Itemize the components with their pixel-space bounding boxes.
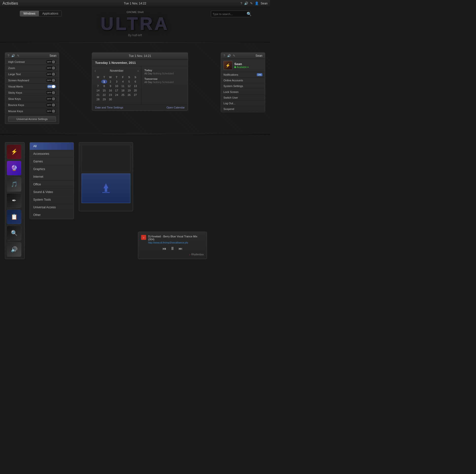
cal-cell[interactable]: 18 xyxy=(120,88,126,92)
category-accessories[interactable]: Accessories xyxy=(30,150,74,158)
cal-cell[interactable]: 13 xyxy=(133,84,138,88)
cal-cell[interactable]: 25 xyxy=(120,93,126,97)
cal-cell[interactable]: 5 xyxy=(126,80,132,84)
next-month-button[interactable]: › xyxy=(137,69,139,73)
category-graphics[interactable]: Graphics xyxy=(30,165,74,173)
cal-cell[interactable]: 4 xyxy=(120,80,126,84)
cal-cell[interactable]: 9 xyxy=(108,84,113,88)
acc-username[interactable]: Sean xyxy=(50,54,56,57)
topbar-username[interactable]: Sean xyxy=(261,2,268,5)
rb-pause-button[interactable]: ⏸ xyxy=(170,246,175,251)
dock-icon-1[interactable]: ⚡ xyxy=(7,144,21,159)
cal-cell[interactable]: 21 xyxy=(95,93,101,97)
visual-alerts-toggle[interactable]: ON xyxy=(47,85,56,88)
user-name: Sean xyxy=(234,62,249,66)
cal-cell[interactable]: 12 xyxy=(126,84,132,88)
dock-icon-4[interactable]: ✒ xyxy=(7,193,21,208)
switch-user-link[interactable]: Switch User xyxy=(221,95,265,101)
dock-icon-3[interactable]: 🎵 xyxy=(7,177,21,192)
user-panel-username[interactable]: Sean xyxy=(255,54,262,57)
acc-volume-icon[interactable]: 🔊 xyxy=(11,54,15,57)
cal-cell[interactable]: 16 xyxy=(108,88,113,92)
category-system-tools[interactable]: System Tools xyxy=(30,196,74,204)
cal-cell[interactable] xyxy=(114,97,119,101)
cal-cell[interactable]: 22 xyxy=(101,93,107,97)
cal-cell[interactable]: 17 xyxy=(114,88,119,92)
prev-month-button[interactable]: ‹ xyxy=(95,69,96,73)
lock-screen-link[interactable]: Lock Screen xyxy=(221,89,265,95)
suspend-link[interactable]: Suspend xyxy=(221,106,265,112)
edit-icon[interactable]: ✎ xyxy=(250,1,253,5)
cal-cell[interactable]: 3 xyxy=(114,80,119,84)
cal-cell[interactable] xyxy=(126,97,132,101)
screen-keyboard-toggle[interactable]: OFF xyxy=(46,79,56,82)
cal-cell[interactable]: 28 xyxy=(95,97,101,101)
cal-cell[interactable]: 6 xyxy=(133,80,138,84)
sticky-keys-toggle[interactable]: OFF xyxy=(46,91,56,94)
cal-cell[interactable]: 29 xyxy=(101,97,107,101)
acc-edit-icon[interactable]: ✎ xyxy=(17,54,19,57)
dock-icon-5[interactable]: 📋 xyxy=(7,210,21,224)
user-volume-icon[interactable]: 🔊 xyxy=(227,54,231,57)
cal-cell[interactable]: 14 xyxy=(95,88,101,92)
cal-cell[interactable] xyxy=(95,80,101,84)
activities-button[interactable]: Activities xyxy=(2,1,18,6)
rb-next-button[interactable]: ⏭ xyxy=(179,246,183,251)
category-internet[interactable]: Internet xyxy=(30,173,74,181)
category-universal-access[interactable]: Universal Access xyxy=(30,204,74,211)
high-contrast-toggle[interactable]: OFF xyxy=(46,60,56,64)
search-input[interactable] xyxy=(213,13,247,16)
cal-cell[interactable] xyxy=(120,97,126,101)
bounce-keys-toggle[interactable]: OFF xyxy=(46,103,56,107)
rb-track-url[interactable]: http://www.di.fm/mp3/vocaltrance.pls xyxy=(148,241,204,244)
windows-button[interactable]: Windows xyxy=(20,11,39,16)
open-calendar-link[interactable]: Open Calendar xyxy=(166,106,185,109)
cal-cell[interactable]: 7 xyxy=(95,84,101,88)
calendar-content: ‹ November › M T W T F S xyxy=(92,66,188,104)
rb-prev-button[interactable]: ⏮ xyxy=(162,246,166,251)
category-all[interactable]: All xyxy=(30,142,74,150)
category-sound-video[interactable]: Sound & Video xyxy=(30,188,74,196)
cal-cell[interactable]: 26 xyxy=(126,93,132,97)
user-help-icon[interactable]: ? xyxy=(223,54,225,57)
log-out-link[interactable]: Log Out... xyxy=(221,101,265,106)
slow-keys-toggle[interactable]: OFF xyxy=(46,97,56,101)
status-chevron: ▾ xyxy=(247,66,249,69)
cal-cell[interactable]: 19 xyxy=(126,88,132,92)
volume-icon[interactable]: 🔊 xyxy=(244,1,248,5)
category-office[interactable]: Office xyxy=(30,181,74,188)
large-text-toggle[interactable]: OFF xyxy=(46,72,56,76)
cal-cell[interactable]: 20 xyxy=(133,88,138,92)
cal-cell[interactable]: 8 xyxy=(101,84,107,88)
user-edit-icon[interactable]: ✎ xyxy=(233,54,235,57)
cal-cell[interactable] xyxy=(133,97,138,101)
applications-button[interactable]: Applications xyxy=(39,11,62,16)
notifications-toggle[interactable]: ON xyxy=(257,73,263,76)
online-accounts-link[interactable]: Online Accounts xyxy=(221,78,265,83)
acc-row-large-text: Large Text OFF xyxy=(5,71,59,77)
date-time-settings-link[interactable]: Date and Time Settings xyxy=(95,106,123,109)
category-other[interactable]: Other xyxy=(30,211,74,219)
dock-icon-6[interactable]: 🔍 xyxy=(7,226,21,241)
help-icon[interactable]: ? xyxy=(240,1,242,5)
cal-cell[interactable]: 2 xyxy=(108,80,113,84)
cal-cell[interactable]: 10 xyxy=(114,84,119,88)
cal-cell[interactable]: 23 xyxy=(108,93,113,97)
cal-cell-today[interactable]: 1 xyxy=(101,80,107,84)
cal-cell[interactable]: 15 xyxy=(101,88,107,92)
cal-cell[interactable]: 30 xyxy=(108,97,113,101)
user-icon[interactable]: 👤 xyxy=(255,1,259,5)
dock-icon-7[interactable]: 🔊 xyxy=(7,242,21,257)
cal-cell[interactable]: 11 xyxy=(120,84,126,88)
search-bar[interactable]: 🔍 xyxy=(211,11,250,17)
cal-cell[interactable]: 27 xyxy=(133,93,138,97)
dock-icon-2[interactable]: 🔮 xyxy=(7,161,21,176)
app-grid-selected-item[interactable] xyxy=(82,174,130,203)
category-games[interactable]: Games xyxy=(30,158,74,165)
universal-access-settings-button[interactable]: Universal Access Settings xyxy=(8,116,56,122)
acc-help-icon[interactable]: ? xyxy=(8,54,9,57)
zoom-toggle[interactable]: OFF xyxy=(46,66,56,70)
system-settings-link[interactable]: System Settings xyxy=(221,83,265,89)
mouse-keys-toggle[interactable]: OFF xyxy=(46,109,56,113)
cal-cell[interactable]: 24 xyxy=(114,93,119,97)
